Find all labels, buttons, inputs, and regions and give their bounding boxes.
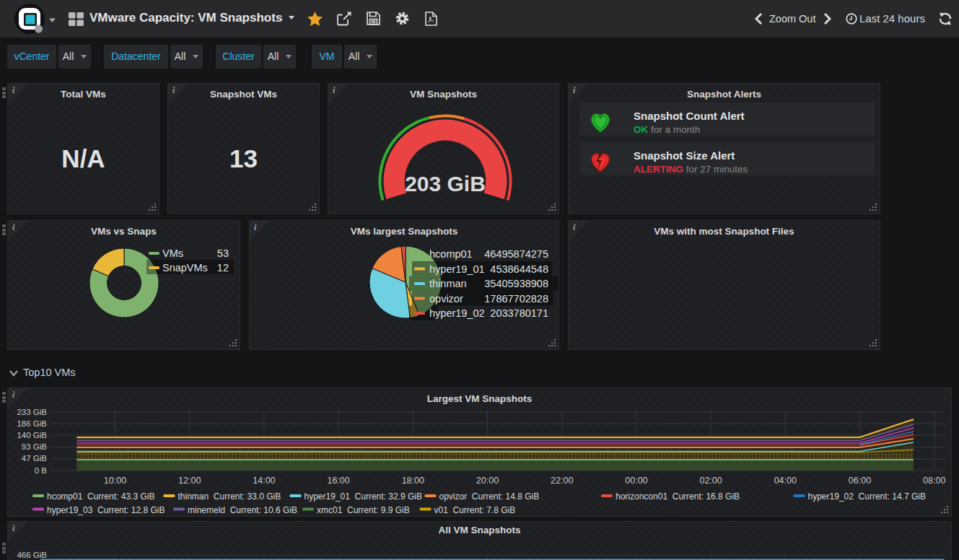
svg-text:233 GiB: 233 GiB	[17, 408, 47, 416]
svg-text:hyper19_02: hyper19_02	[429, 307, 485, 319]
svg-text:06:00: 06:00	[849, 476, 871, 486]
svg-text:20:00: 20:00	[476, 476, 499, 486]
svg-text:opvizor Current: 14.8 GiB: opvizor Current: 14.8 GiB	[439, 491, 540, 502]
svg-text:22:00: 22:00	[551, 476, 573, 486]
svg-text:93 GiB: 93 GiB	[22, 442, 47, 451]
svg-text:04:00: 04:00	[774, 476, 797, 486]
svg-text:xmc01 Current: 9.9 GiB: xmc01 Current: 9.9 GiB	[317, 505, 410, 515]
svg-text:hyper19_01 Current: 32.9 GiB: hyper19_01 Current: 32.9 GiB	[305, 491, 422, 502]
svg-text:00:00: 00:00	[625, 476, 647, 486]
svg-text:2033780171: 2033780171	[490, 307, 548, 319]
svg-text:hyper19_02 Current: 14.7 GiB: hyper19_02 Current: 14.7 GiB	[808, 491, 926, 502]
svg-text:203 GiB: 203 GiB	[405, 172, 486, 196]
svg-text:12: 12	[217, 262, 229, 274]
svg-text:opvizor: opvizor	[429, 293, 463, 305]
svg-text:186 GiB: 186 GiB	[17, 419, 47, 428]
svg-text:466 GiB: 466 GiB	[17, 551, 47, 559]
svg-text:4538644548: 4538644548	[490, 263, 548, 275]
svg-text:47 GiB: 47 GiB	[22, 454, 47, 463]
svg-text:14:00: 14:00	[253, 476, 275, 486]
svg-text:35405938908: 35405938908	[484, 278, 548, 289]
svg-text:02:00: 02:00	[699, 476, 722, 486]
svg-text:SnapVMs: SnapVMs	[162, 262, 208, 274]
svg-text:17867702828: 17867702828	[484, 293, 548, 305]
svg-text:140 GiB: 140 GiB	[17, 431, 47, 439]
svg-text:VMs: VMs	[162, 248, 183, 259]
svg-text:0 B: 0 B	[35, 466, 48, 475]
svg-text:v01 Current: 7.8 GiB: v01 Current: 7.8 GiB	[434, 505, 516, 515]
svg-text:16:00: 16:00	[327, 476, 349, 486]
svg-text:hyper19_03 Current: 12.8 GiB: hyper19_03 Current: 12.8 GiB	[47, 505, 165, 515]
svg-text:hyper19_01: hyper19_01	[429, 263, 485, 275]
svg-text:thinman Current: 33.0 GiB: thinman Current: 33.0 GiB	[178, 491, 281, 502]
svg-text:thinman: thinman	[429, 278, 467, 289]
svg-text:minemeld Current: 10.6 GiB: minemeld Current: 10.6 GiB	[188, 505, 297, 515]
svg-text:08:00: 08:00	[923, 476, 945, 486]
svg-text:hcomp01: hcomp01	[429, 248, 473, 260]
svg-text:18:00: 18:00	[402, 476, 424, 486]
svg-text:53: 53	[217, 248, 229, 259]
svg-text:hcomp01 Current: 43.3 GiB: hcomp01 Current: 43.3 GiB	[47, 491, 154, 502]
svg-text:46495874275: 46495874275	[484, 248, 548, 260]
svg-text:horizoncon01 Current: 16.8 Gi: horizoncon01 Current: 16.8 GiB	[616, 491, 740, 502]
svg-text:10:00: 10:00	[104, 476, 126, 486]
svg-text:12:00: 12:00	[178, 476, 201, 486]
